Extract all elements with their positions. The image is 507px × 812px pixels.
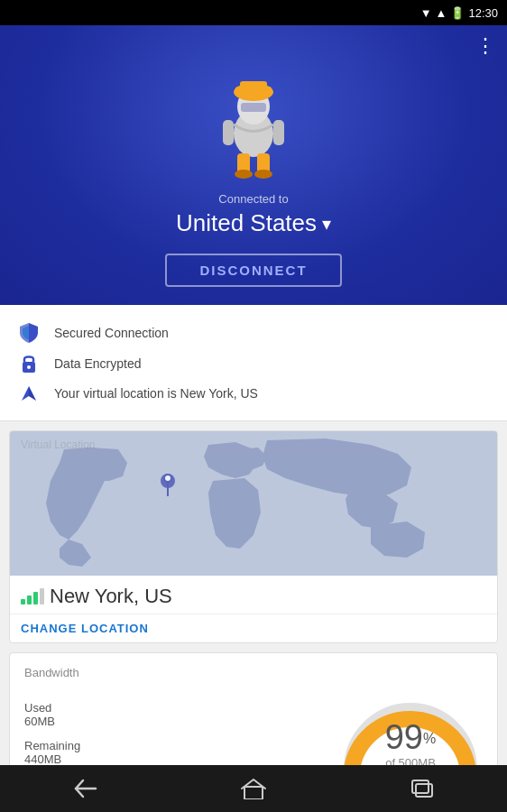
connected-location: United States: [176, 209, 317, 237]
svg-rect-5: [241, 103, 266, 112]
home-button[interactable]: [226, 770, 281, 807]
status-time: 12:30: [468, 6, 498, 20]
signal-icon: ▲: [436, 6, 447, 20]
svg-point-13: [27, 365, 31, 369]
svg-rect-4: [240, 81, 267, 90]
signal-bar-1: [21, 599, 25, 604]
location-arrow-icon: [18, 384, 40, 402]
back-button[interactable]: [58, 770, 112, 807]
bandwidth-stats: Used 60MB Remaining 440MB: [24, 701, 80, 766]
status-section: Secured Connection Data Encrypted Your v…: [0, 305, 507, 421]
data-encrypted-text: Data Encrypted: [54, 356, 142, 371]
connected-to-label: Connected to: [218, 192, 288, 206]
svg-point-10: [235, 170, 253, 179]
signal-bar-2: [27, 595, 32, 604]
battery-icon: 🔋: [450, 6, 465, 20]
secured-connection-text: Secured Connection: [54, 326, 169, 340]
remaining-stat: Remaining 440MB: [24, 739, 80, 766]
svg-rect-22: [412, 780, 429, 793]
svg-rect-21: [244, 787, 263, 799]
location-row: United States ▾: [176, 209, 331, 237]
gauge-text: 99% of 500MB: [385, 719, 437, 770]
signal-bar-3: [33, 592, 38, 604]
vpn-header: ⋮ Connected to United: [0, 25, 507, 305]
wifi-icon: ▼: [420, 6, 432, 20]
change-location-button[interactable]: CHANGE LOCATION: [10, 614, 497, 642]
used-value: 60MB: [24, 715, 80, 728]
svg-marker-15: [29, 386, 36, 401]
remaining-label: Remaining: [24, 739, 80, 752]
world-map-svg: [10, 431, 497, 576]
status-bar: ▼ ▲ 🔋 12:30: [0, 0, 507, 25]
svg-rect-6: [223, 120, 234, 145]
map-container: Virtual Location: [10, 431, 497, 576]
recents-button[interactable]: [395, 770, 449, 807]
menu-button[interactable]: ⋮: [475, 34, 496, 58]
gauge-value-number: 99: [385, 718, 423, 756]
svg-point-11: [254, 170, 272, 179]
used-label: Used: [24, 701, 80, 715]
bandwidth-title: Bandwidth: [24, 666, 483, 679]
remaining-value: 440MB: [24, 752, 80, 766]
svg-point-19: [165, 475, 171, 481]
map-section: Virtual Location: [9, 430, 498, 643]
nav-bar: [0, 765, 507, 812]
virtual-location-text: Your virtual location is New York, US: [54, 386, 258, 401]
status-icons: ▼ ▲ 🔋 12:30: [420, 6, 498, 20]
robot-character: [208, 52, 299, 179]
city-name: New York, US: [50, 585, 172, 608]
lock-icon: [18, 354, 40, 374]
secured-connection-item: Secured Connection: [18, 318, 489, 348]
virtual-location-item: Your virtual location is New York, US: [18, 379, 489, 408]
shield-icon: [18, 323, 40, 343]
signal-bars: [21, 588, 44, 604]
disconnect-button[interactable]: DISCONNECT: [165, 254, 341, 287]
data-encrypted-item: Data Encrypted: [18, 348, 489, 379]
location-dropdown-arrow[interactable]: ▾: [322, 213, 331, 235]
used-stat: Used 60MB: [24, 701, 80, 728]
gauge-number: 99%: [385, 736, 437, 752]
map-location-row: New York, US: [10, 576, 497, 614]
gauge-percent-sign: %: [423, 731, 436, 746]
svg-rect-7: [273, 120, 284, 145]
signal-bar-4: [40, 588, 44, 604]
svg-rect-23: [416, 784, 432, 797]
